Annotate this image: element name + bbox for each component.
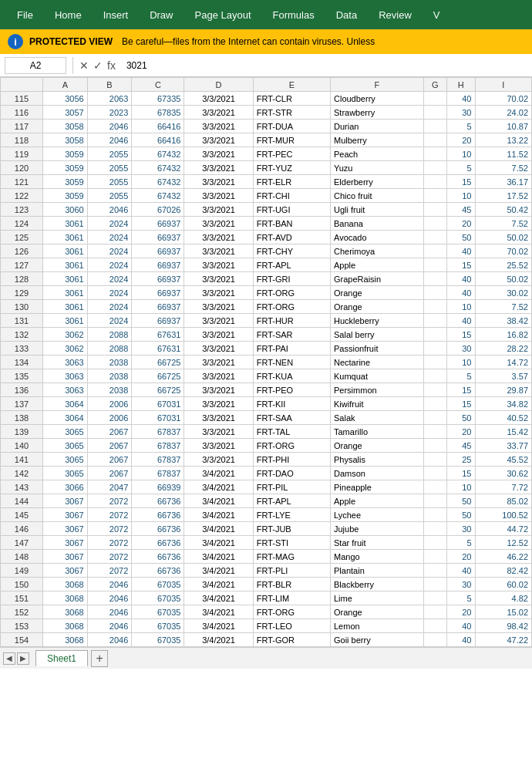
table-cell[interactable]: 30: [446, 578, 475, 591]
menu-draw[interactable]: Draw: [139, 5, 184, 25]
table-cell[interactable]: 3/3/2021: [184, 147, 253, 161]
table-cell[interactable]: FRT-CLR: [253, 92, 330, 106]
table-row[interactable]: 12930612024669373/3/2021FRT-ORGOrange403…: [1, 286, 532, 300]
table-cell[interactable]: 47.22: [475, 633, 532, 647]
table-cell[interactable]: [423, 147, 446, 161]
table-cell[interactable]: 3/3/2021: [184, 286, 253, 300]
table-cell[interactable]: 5: [446, 536, 475, 550]
table-cell[interactable]: [423, 161, 446, 175]
table-cell[interactable]: 7.52: [475, 300, 532, 314]
table-cell[interactable]: 3061: [43, 300, 88, 314]
formula-input[interactable]: [120, 54, 532, 76]
table-cell[interactable]: 100.52: [475, 508, 532, 522]
table-cell[interactable]: 150: [1, 578, 43, 591]
table-cell[interactable]: FRT-ORG: [253, 300, 330, 314]
table-cell[interactable]: 130: [1, 300, 43, 314]
table-row[interactable]: 12430612024669373/3/2021FRT-BANBanana207…: [1, 217, 532, 231]
table-cell[interactable]: 20: [446, 550, 475, 564]
table-cell[interactable]: 34.82: [475, 397, 532, 411]
table-cell[interactable]: 139: [1, 425, 43, 439]
table-cell[interactable]: FRT-KUA: [253, 369, 330, 383]
table-cell[interactable]: [423, 342, 446, 356]
table-cell[interactable]: 15: [446, 175, 475, 189]
table-cell[interactable]: 2046: [87, 605, 132, 619]
table-cell[interactable]: [423, 369, 446, 383]
table-cell[interactable]: [423, 383, 446, 397]
menu-file[interactable]: File: [6, 5, 44, 25]
scroll-left-arrow[interactable]: ◀: [3, 652, 15, 665]
table-cell[interactable]: 3/3/2021: [184, 106, 253, 120]
table-cell[interactable]: 2023: [87, 106, 132, 120]
table-cell[interactable]: 30: [446, 106, 475, 120]
table-cell[interactable]: 45.52: [475, 453, 532, 467]
table-cell[interactable]: 66939: [132, 480, 184, 494]
table-cell[interactable]: FRT-HUR: [253, 314, 330, 328]
table-cell[interactable]: 67837: [132, 453, 184, 467]
table-cell[interactable]: 122: [1, 189, 43, 203]
table-cell[interactable]: Salak: [331, 411, 424, 425]
table-cell[interactable]: 3/3/2021: [184, 217, 253, 231]
table-cell[interactable]: 2088: [87, 328, 132, 342]
table-cell[interactable]: 66937: [132, 300, 184, 314]
table-row[interactable]: 12030592055674323/3/2021FRT-YUZYuzu57.52: [1, 161, 532, 175]
table-cell[interactable]: 154: [1, 633, 43, 647]
menu-data[interactable]: Data: [325, 5, 368, 25]
table-cell[interactable]: FRT-PIL: [253, 480, 330, 494]
table-cell[interactable]: [423, 133, 446, 147]
table-cell[interactable]: 3/3/2021: [184, 383, 253, 397]
table-cell[interactable]: 67031: [132, 397, 184, 411]
table-cell[interactable]: [423, 633, 446, 647]
table-cell[interactable]: 3057: [43, 106, 88, 120]
table-cell[interactable]: Peach: [331, 147, 424, 161]
confirm-icon[interactable]: ✓: [93, 59, 103, 72]
table-cell[interactable]: 2024: [87, 244, 132, 258]
table-cell[interactable]: 66736: [132, 494, 184, 508]
table-cell[interactable]: 50: [446, 231, 475, 244]
table-cell[interactable]: 5: [446, 161, 475, 175]
table-cell[interactable]: 3/4/2021: [184, 578, 253, 591]
table-cell[interactable]: Ugli fruit: [331, 203, 424, 217]
table-cell[interactable]: 3067: [43, 550, 88, 564]
table-cell[interactable]: [423, 425, 446, 439]
table-cell[interactable]: FRT-LYE: [253, 508, 330, 522]
table-row[interactable]: 12830612024669373/3/2021FRT-GRIGrapeRais…: [1, 272, 532, 286]
table-cell[interactable]: 3/3/2021: [184, 453, 253, 467]
table-cell[interactable]: 24.02: [475, 106, 532, 120]
table-cell[interactable]: [423, 508, 446, 522]
table-cell[interactable]: FRT-BLR: [253, 578, 330, 591]
table-cell[interactable]: 3/3/2021: [184, 425, 253, 439]
table-cell[interactable]: 3/4/2021: [184, 536, 253, 550]
cell-reference-input[interactable]: [5, 57, 66, 74]
table-row[interactable]: 12730612024669373/3/2021FRT-APLApple1525…: [1, 258, 532, 272]
table-row[interactable]: 12130592055674323/3/2021FRT-ELRElderberr…: [1, 175, 532, 189]
table-cell[interactable]: 30.62: [475, 467, 532, 480]
table-cell[interactable]: FRT-MUR: [253, 133, 330, 147]
table-cell[interactable]: 50: [446, 411, 475, 425]
table-cell[interactable]: 2046: [87, 203, 132, 217]
table-cell[interactable]: 67035: [132, 605, 184, 619]
table-cell[interactable]: 136: [1, 383, 43, 397]
table-cell[interactable]: 20: [446, 217, 475, 231]
table-cell[interactable]: 66937: [132, 286, 184, 300]
table-cell[interactable]: 3/3/2021: [184, 203, 253, 217]
table-row[interactable]: 15230682046670353/4/2021FRT-ORGOrange201…: [1, 605, 532, 619]
table-cell[interactable]: FRT-APL: [253, 494, 330, 508]
table-cell[interactable]: FRT-PHI: [253, 453, 330, 467]
table-cell[interactable]: 3/3/2021: [184, 369, 253, 383]
table-cell[interactable]: 3/3/2021: [184, 439, 253, 453]
table-cell[interactable]: 66937: [132, 217, 184, 231]
table-cell[interactable]: 3064: [43, 411, 88, 425]
table-cell[interactable]: [423, 578, 446, 591]
table-cell[interactable]: 3/3/2021: [184, 189, 253, 203]
scroll-right-arrow[interactable]: ▶: [17, 652, 29, 665]
table-cell[interactable]: 10: [446, 189, 475, 203]
table-cell[interactable]: [423, 272, 446, 286]
table-cell[interactable]: Passionfruit: [331, 342, 424, 356]
table-cell[interactable]: 40.52: [475, 411, 532, 425]
menu-home[interactable]: Home: [44, 5, 93, 25]
table-cell[interactable]: 46.22: [475, 550, 532, 564]
table-cell[interactable]: 3061: [43, 244, 88, 258]
table-cell[interactable]: 116: [1, 106, 43, 120]
table-cell[interactable]: 3067: [43, 564, 88, 578]
table-cell[interactable]: 17.52: [475, 189, 532, 203]
